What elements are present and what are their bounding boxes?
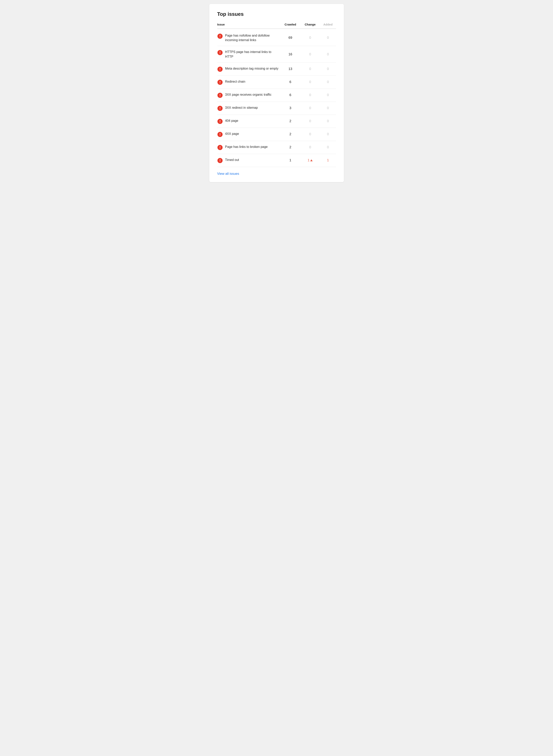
error-icon: ! [217, 50, 223, 55]
svg-text:!: ! [219, 159, 221, 163]
card-title: Top issues [217, 11, 336, 17]
change-cell: 0 [300, 132, 320, 136]
change-cell: 0 [300, 53, 320, 56]
col-issue-header: Issue [217, 23, 281, 26]
table-row[interactable]: ! Page has links to broken page200 [217, 141, 336, 154]
issue-text: Page has links to broken page [225, 145, 268, 149]
col-change-header: Change [300, 23, 320, 26]
issues-table: ! Page has nofollow and dofollow incomin… [217, 30, 336, 167]
svg-text:!: ! [219, 146, 221, 150]
change-cell: 0 [300, 36, 320, 40]
change-cell: 0 [300, 93, 320, 97]
added-cell: 0 [320, 67, 336, 71]
table-row[interactable]: ! Redirect chain600 [217, 76, 336, 89]
table-row[interactable]: ! 4XX page200 [217, 128, 336, 141]
error-icon: ! [217, 119, 223, 124]
issue-text: 404 page [225, 118, 238, 123]
arrow-up-icon [310, 159, 313, 161]
issue-cell: ! HTTPS page has internal links to HTTP [217, 50, 281, 59]
svg-text:!: ! [219, 120, 221, 123]
crawled-cell: 1 [281, 158, 300, 162]
added-cell: 1 [320, 158, 336, 162]
issue-text: 3XX page receives organic traffic [225, 92, 272, 97]
table-row[interactable]: ! HTTPS page has internal links to HTTP1… [217, 46, 336, 63]
change-cell: 0 [300, 119, 320, 123]
table-row[interactable]: ! 3XX page receives organic traffic600 [217, 89, 336, 102]
issue-text: Redirect chain [225, 79, 245, 84]
crawled-cell: 69 [281, 36, 300, 40]
added-cell: 0 [320, 36, 336, 40]
crawled-cell: 2 [281, 132, 300, 136]
svg-text:!: ! [219, 51, 221, 55]
issue-text: Timed out [225, 158, 239, 162]
issue-cell: ! Meta description tag missing or empty [217, 66, 281, 72]
change-cell: 0 [300, 67, 320, 71]
issue-text: Page has nofollow and dofollow incoming … [225, 33, 281, 42]
change-cell: 0 [300, 145, 320, 149]
table-row[interactable]: ! 3XX redirect in sitemap300 [217, 102, 336, 115]
added-cell: 0 [320, 106, 336, 110]
error-icon: ! [217, 132, 223, 137]
error-icon: ! [217, 93, 223, 98]
change-value: 1 [308, 158, 309, 162]
table-row[interactable]: ! Timed out1 1 1 [217, 154, 336, 167]
issue-text: 4XX page [225, 131, 239, 136]
table-row[interactable]: ! 404 page200 [217, 115, 336, 128]
change-with-arrow: 1 [308, 158, 313, 162]
crawled-cell: 3 [281, 106, 300, 110]
error-icon: ! [217, 158, 223, 163]
table-row[interactable]: ! Meta description tag missing or empty1… [217, 63, 336, 76]
crawled-cell: 6 [281, 93, 300, 97]
table-row[interactable]: ! Page has nofollow and dofollow incomin… [217, 30, 336, 46]
view-all-issues-link[interactable]: View all issues [217, 172, 239, 176]
svg-text:!: ! [219, 34, 221, 38]
error-icon: ! [217, 145, 223, 150]
svg-text:!: ! [219, 81, 221, 84]
issue-cell: ! 3XX page receives organic traffic [217, 92, 281, 98]
issue-cell: ! Page has links to broken page [217, 145, 281, 150]
issue-cell: ! 4XX page [217, 131, 281, 137]
svg-text:!: ! [219, 68, 221, 71]
crawled-cell: 2 [281, 145, 300, 149]
added-cell: 0 [320, 80, 336, 84]
col-added-header: Added [320, 23, 336, 26]
svg-text:!: ! [219, 107, 221, 110]
added-cell: 0 [320, 119, 336, 123]
error-icon: ! [217, 67, 223, 72]
error-icon: ! [217, 33, 223, 39]
issue-text: 3XX redirect in sitemap [225, 105, 258, 110]
table-header: Issue Crawled Change Added [217, 23, 336, 29]
issue-cell: ! 404 page [217, 118, 281, 124]
change-cell: 0 [300, 80, 320, 84]
error-icon: ! [217, 106, 223, 111]
crawled-cell: 6 [281, 80, 300, 84]
issue-text: HTTPS page has internal links to HTTP [225, 50, 281, 59]
added-cell: 0 [320, 53, 336, 56]
crawled-cell: 2 [281, 119, 300, 123]
issue-cell: ! 3XX redirect in sitemap [217, 105, 281, 111]
svg-text:!: ! [219, 94, 221, 97]
svg-text:!: ! [219, 133, 221, 136]
issue-cell: ! Redirect chain [217, 79, 281, 85]
crawled-cell: 16 [281, 53, 300, 56]
added-cell: 0 [320, 93, 336, 97]
change-cell: 1 [300, 158, 320, 162]
change-cell: 0 [300, 106, 320, 110]
crawled-cell: 13 [281, 67, 300, 71]
added-cell: 0 [320, 132, 336, 136]
error-icon: ! [217, 80, 223, 85]
col-crawled-header: Crawled [281, 23, 300, 26]
added-cell: 0 [320, 145, 336, 149]
issue-cell: ! Page has nofollow and dofollow incomin… [217, 33, 281, 42]
issue-cell: ! Timed out [217, 158, 281, 163]
issue-text: Meta description tag missing or empty [225, 66, 279, 71]
top-issues-card: Top issues Issue Crawled Change Added ! … [209, 4, 344, 182]
